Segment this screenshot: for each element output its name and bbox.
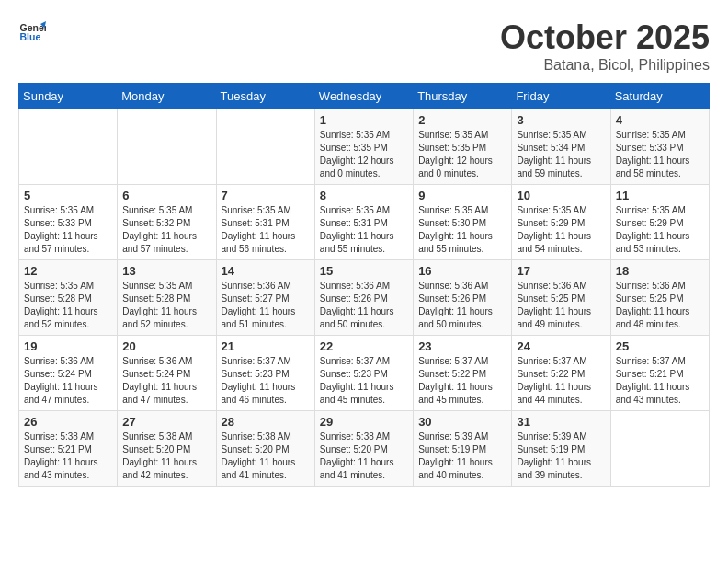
day-cell: 16Sunrise: 5:36 AM Sunset: 5:26 PM Dayli… <box>414 260 512 336</box>
day-cell: 26Sunrise: 5:38 AM Sunset: 5:21 PM Dayli… <box>19 411 118 487</box>
day-cell: 5Sunrise: 5:35 AM Sunset: 5:33 PM Daylig… <box>19 185 118 260</box>
week-row-3: 12Sunrise: 5:35 AM Sunset: 5:28 PM Dayli… <box>19 260 710 336</box>
day-number: 22 <box>320 339 408 353</box>
week-row-1: 1Sunrise: 5:35 AM Sunset: 5:35 PM Daylig… <box>19 109 710 185</box>
header-cell-monday: Monday <box>118 84 216 109</box>
day-cell <box>19 109 118 185</box>
day-number: 8 <box>320 189 408 202</box>
day-number: 10 <box>517 189 605 202</box>
day-info: Sunrise: 5:37 AM Sunset: 5:22 PM Dayligh… <box>418 355 506 407</box>
day-cell: 1Sunrise: 5:35 AM Sunset: 5:35 PM Daylig… <box>314 109 413 185</box>
month-title: October 2025 <box>500 18 710 57</box>
day-number: 21 <box>222 339 310 353</box>
day-number: 9 <box>418 189 506 202</box>
day-info: Sunrise: 5:37 AM Sunset: 5:21 PM Dayligh… <box>616 355 704 407</box>
day-cell: 6Sunrise: 5:35 AM Sunset: 5:32 PM Daylig… <box>118 185 216 260</box>
day-info: Sunrise: 5:35 AM Sunset: 5:31 PM Dayligh… <box>222 204 310 256</box>
day-number: 23 <box>418 339 506 353</box>
day-info: Sunrise: 5:35 AM Sunset: 5:30 PM Dayligh… <box>418 204 506 256</box>
day-cell: 2Sunrise: 5:35 AM Sunset: 5:35 PM Daylig… <box>414 109 512 185</box>
day-cell <box>610 411 709 487</box>
day-info: Sunrise: 5:39 AM Sunset: 5:19 PM Dayligh… <box>517 431 605 482</box>
day-info: Sunrise: 5:37 AM Sunset: 5:22 PM Dayligh… <box>517 355 605 407</box>
day-cell: 14Sunrise: 5:36 AM Sunset: 5:27 PM Dayli… <box>216 260 314 336</box>
week-row-2: 5Sunrise: 5:35 AM Sunset: 5:33 PM Daylig… <box>19 185 710 260</box>
day-number: 27 <box>122 415 210 429</box>
day-cell: 19Sunrise: 5:36 AM Sunset: 5:24 PM Dayli… <box>19 336 118 411</box>
day-info: Sunrise: 5:36 AM Sunset: 5:24 PM Dayligh… <box>122 355 210 407</box>
day-info: Sunrise: 5:35 AM Sunset: 5:34 PM Dayligh… <box>517 129 605 180</box>
day-cell: 7Sunrise: 5:35 AM Sunset: 5:31 PM Daylig… <box>216 185 314 260</box>
day-number: 30 <box>418 415 506 429</box>
day-number: 29 <box>320 415 408 429</box>
day-info: Sunrise: 5:35 AM Sunset: 5:35 PM Dayligh… <box>418 129 506 180</box>
day-cell: 24Sunrise: 5:37 AM Sunset: 5:22 PM Dayli… <box>512 336 610 411</box>
day-info: Sunrise: 5:38 AM Sunset: 5:20 PM Dayligh… <box>222 431 310 482</box>
day-cell: 21Sunrise: 5:37 AM Sunset: 5:23 PM Dayli… <box>216 336 314 411</box>
day-cell: 29Sunrise: 5:38 AM Sunset: 5:20 PM Dayli… <box>314 411 413 487</box>
day-info: Sunrise: 5:36 AM Sunset: 5:24 PM Dayligh… <box>24 355 112 407</box>
day-info: Sunrise: 5:35 AM Sunset: 5:29 PM Dayligh… <box>616 204 704 256</box>
day-info: Sunrise: 5:38 AM Sunset: 5:21 PM Dayligh… <box>24 431 112 482</box>
location-title: Batana, Bicol, Philippines <box>500 57 710 74</box>
day-info: Sunrise: 5:35 AM Sunset: 5:35 PM Dayligh… <box>320 129 408 180</box>
day-number: 11 <box>616 189 704 202</box>
day-cell: 28Sunrise: 5:38 AM Sunset: 5:20 PM Dayli… <box>216 411 314 487</box>
logo-icon: General Blue <box>18 18 46 46</box>
day-number: 18 <box>616 264 704 278</box>
day-number: 26 <box>24 415 112 429</box>
week-row-4: 19Sunrise: 5:36 AM Sunset: 5:24 PM Dayli… <box>19 336 710 411</box>
header-cell-tuesday: Tuesday <box>216 84 314 109</box>
day-number: 12 <box>24 264 112 278</box>
header-cell-thursday: Thursday <box>414 84 512 109</box>
day-cell <box>216 109 314 185</box>
day-cell: 3Sunrise: 5:35 AM Sunset: 5:34 PM Daylig… <box>512 109 610 185</box>
day-number: 5 <box>24 189 112 202</box>
week-row-5: 26Sunrise: 5:38 AM Sunset: 5:21 PM Dayli… <box>19 411 710 487</box>
day-number: 28 <box>222 415 310 429</box>
day-info: Sunrise: 5:35 AM Sunset: 5:29 PM Dayligh… <box>517 204 605 256</box>
day-number: 20 <box>122 339 210 353</box>
day-cell: 15Sunrise: 5:36 AM Sunset: 5:26 PM Dayli… <box>314 260 413 336</box>
day-number: 4 <box>616 113 704 127</box>
day-number: 25 <box>616 339 704 353</box>
day-number: 6 <box>122 189 210 202</box>
header-cell-saturday: Saturday <box>610 84 709 109</box>
day-cell <box>118 109 216 185</box>
day-info: Sunrise: 5:35 AM Sunset: 5:33 PM Dayligh… <box>616 129 704 180</box>
day-cell: 30Sunrise: 5:39 AM Sunset: 5:19 PM Dayli… <box>414 411 512 487</box>
day-cell: 27Sunrise: 5:38 AM Sunset: 5:20 PM Dayli… <box>118 411 216 487</box>
day-number: 19 <box>24 339 112 353</box>
day-number: 2 <box>418 113 506 127</box>
day-info: Sunrise: 5:35 AM Sunset: 5:31 PM Dayligh… <box>320 204 408 256</box>
day-number: 24 <box>517 339 605 353</box>
day-info: Sunrise: 5:36 AM Sunset: 5:25 PM Dayligh… <box>517 280 605 331</box>
day-number: 15 <box>320 264 408 278</box>
day-cell: 31Sunrise: 5:39 AM Sunset: 5:19 PM Dayli… <box>512 411 610 487</box>
header-cell-sunday: Sunday <box>19 84 118 109</box>
logo: General Blue <box>18 18 46 46</box>
day-cell: 8Sunrise: 5:35 AM Sunset: 5:31 PM Daylig… <box>314 185 413 260</box>
day-cell: 4Sunrise: 5:35 AM Sunset: 5:33 PM Daylig… <box>610 109 709 185</box>
day-number: 14 <box>222 264 310 278</box>
day-info: Sunrise: 5:35 AM Sunset: 5:32 PM Dayligh… <box>122 204 210 256</box>
day-info: Sunrise: 5:35 AM Sunset: 5:28 PM Dayligh… <box>24 280 112 331</box>
day-info: Sunrise: 5:37 AM Sunset: 5:23 PM Dayligh… <box>222 355 310 407</box>
day-number: 31 <box>517 415 605 429</box>
day-number: 3 <box>517 113 605 127</box>
day-info: Sunrise: 5:36 AM Sunset: 5:25 PM Dayligh… <box>616 280 704 331</box>
day-number: 13 <box>122 264 210 278</box>
day-number: 1 <box>320 113 408 127</box>
day-cell: 25Sunrise: 5:37 AM Sunset: 5:21 PM Dayli… <box>610 336 709 411</box>
day-cell: 13Sunrise: 5:35 AM Sunset: 5:28 PM Dayli… <box>118 260 216 336</box>
day-cell: 10Sunrise: 5:35 AM Sunset: 5:29 PM Dayli… <box>512 185 610 260</box>
day-cell: 20Sunrise: 5:36 AM Sunset: 5:24 PM Dayli… <box>118 336 216 411</box>
day-cell: 9Sunrise: 5:35 AM Sunset: 5:30 PM Daylig… <box>414 185 512 260</box>
day-info: Sunrise: 5:35 AM Sunset: 5:28 PM Dayligh… <box>122 280 210 331</box>
day-info: Sunrise: 5:36 AM Sunset: 5:26 PM Dayligh… <box>418 280 506 331</box>
day-number: 7 <box>222 189 310 202</box>
day-cell: 23Sunrise: 5:37 AM Sunset: 5:22 PM Dayli… <box>414 336 512 411</box>
calendar-table: SundayMondayTuesdayWednesdayThursdayFrid… <box>18 83 710 487</box>
day-cell: 22Sunrise: 5:37 AM Sunset: 5:23 PM Dayli… <box>314 336 413 411</box>
day-info: Sunrise: 5:35 AM Sunset: 5:33 PM Dayligh… <box>24 204 112 256</box>
